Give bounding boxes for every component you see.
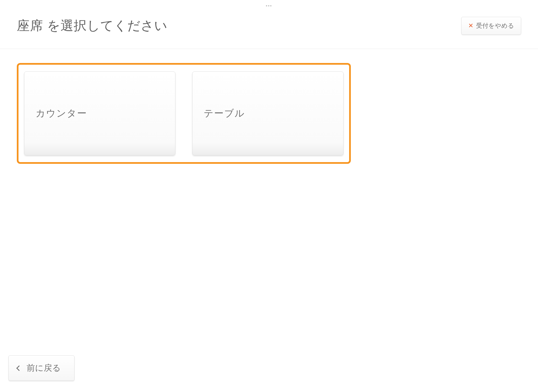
- back-button[interactable]: 前に戻る: [8, 355, 75, 381]
- cancel-button-label: 受付をやめる: [476, 22, 514, 30]
- footer: 前に戻る: [8, 355, 75, 381]
- close-icon: ✕: [468, 22, 473, 29]
- seat-option-counter[interactable]: カウンター: [24, 71, 175, 155]
- header: 座席 を選択してください ✕ 受付をやめる: [0, 8, 538, 49]
- cancel-reception-button[interactable]: ✕ 受付をやめる: [461, 17, 521, 35]
- chevron-left-icon: [16, 365, 22, 371]
- content-area: カウンター テーブル: [0, 49, 538, 178]
- back-button-label: 前に戻る: [27, 362, 61, 374]
- seat-option-table[interactable]: テーブル: [192, 71, 344, 155]
- page-title: 座席 を選択してください: [17, 17, 168, 34]
- option-label: テーブル: [204, 107, 245, 120]
- options-highlight-frame: カウンター テーブル: [17, 63, 351, 164]
- option-label: カウンター: [36, 107, 87, 120]
- window-drag-indicator: •••: [0, 0, 538, 8]
